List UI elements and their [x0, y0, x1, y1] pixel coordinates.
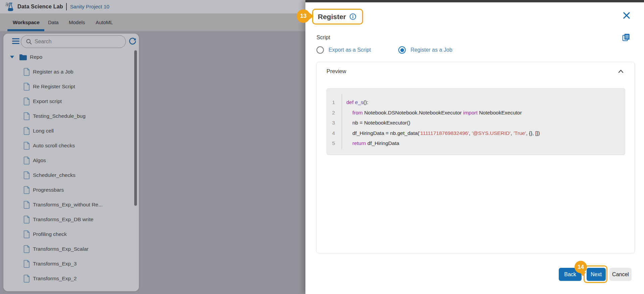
radio-label: Register as a Job	[410, 47, 452, 53]
register-drawer: Register Script Export as a Script	[305, 0, 644, 294]
chevron-up-icon[interactable]	[617, 68, 625, 75]
radio-circle	[398, 46, 406, 54]
radio-circle	[316, 46, 324, 54]
code-text: from Notebook.DSNotebook.NotebookExecuto…	[340, 110, 522, 116]
radio-register-as-job[interactable]: Register as a Job	[398, 46, 452, 54]
close-icon[interactable]	[622, 11, 631, 20]
radio-export-as-script[interactable]: Export as a Script	[316, 46, 371, 54]
info-icon[interactable]	[349, 13, 356, 20]
code-line: 1def e_s():	[327, 97, 625, 108]
preview-panel: Preview 1def e_s():2from Notebook.DSNote…	[316, 62, 635, 253]
line-number: 5	[327, 140, 340, 146]
top-dark-strip	[305, 0, 644, 2]
preview-title: Preview	[327, 68, 346, 75]
line-number: 4	[327, 130, 340, 136]
cancel-button[interactable]: Cancel	[609, 268, 632, 281]
next-button[interactable]: Next	[587, 268, 606, 281]
gutter-divider	[342, 94, 342, 149]
workspace-region: Data Science Lab Sanity Project 10 Works…	[0, 0, 305, 294]
code-line: 5return df_HiringData	[327, 138, 625, 149]
code-text: nb = NotebookExecutor()	[340, 120, 410, 126]
code-text: return df_HiringData	[340, 140, 399, 146]
drawer-title: Register	[318, 13, 346, 21]
script-type-radio-group: Export as a Script Register as a Job	[316, 46, 452, 54]
code-line: 3nb = NotebookExecutor()	[327, 118, 625, 128]
line-number: 1	[327, 99, 340, 105]
code-lines: 1def e_s():2from Notebook.DSNotebook.Not…	[327, 97, 625, 149]
modal-dim-overlay	[0, 0, 305, 294]
line-number: 2	[327, 110, 340, 116]
code-text: df_HiringData = nb.get_data('11111718769…	[340, 130, 540, 136]
script-section-label: Script	[316, 35, 330, 41]
step-badge-13: 13	[297, 9, 310, 23]
code-line: 4df_HiringData = nb.get_data('1111171876…	[327, 128, 625, 139]
next-button-highlight: Next	[584, 265, 607, 283]
code-line: 2from Notebook.DSNotebook.NotebookExecut…	[327, 108, 625, 118]
register-title-highlight: Register	[312, 9, 363, 24]
copy-icon[interactable]	[622, 33, 631, 42]
page: Data Science Lab Sanity Project 10 Works…	[0, 0, 644, 294]
step-badge-14: 14	[575, 261, 587, 273]
code-text: def e_s():	[340, 99, 368, 105]
radio-label: Export as a Script	[329, 47, 371, 53]
line-number: 3	[327, 120, 340, 126]
code-preview: 1def e_s():2from Notebook.DSNotebook.Not…	[327, 88, 625, 155]
